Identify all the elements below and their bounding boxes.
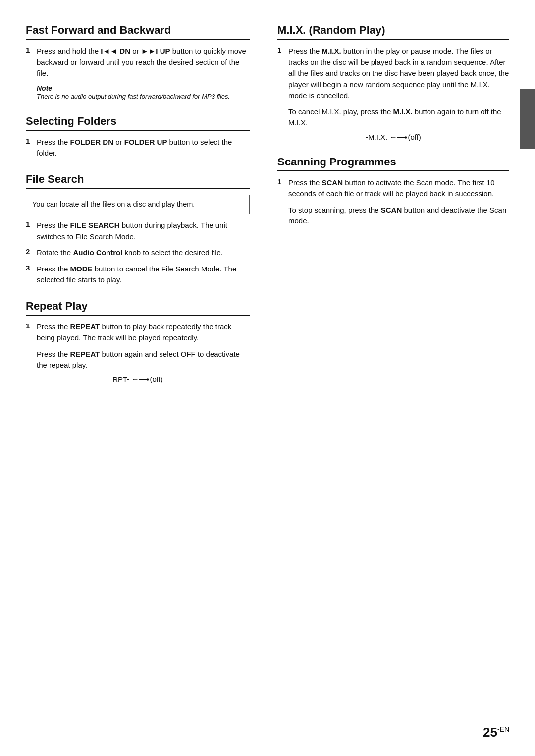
step-text-sf1: Press the FOLDER DN or FOLDER UP button …: [37, 137, 250, 159]
file-search-info: You can locate all the files on a disc a…: [26, 195, 250, 215]
mix-section: M.I.X. (Random Play) 1 Press the M.I.X. …: [277, 24, 509, 142]
page-num-value: 25: [483, 725, 497, 740]
step-number-sc1: 1: [277, 177, 288, 186]
step-text-fs3: Press the MODE button to cancel the File…: [37, 264, 250, 286]
fast-forward-title: Fast Forward and Backward: [26, 24, 250, 40]
file-search-bold: FILE SEARCH: [70, 221, 120, 229]
note-text: There is no audio output during fast for…: [37, 92, 250, 101]
scan-bold1: SCAN: [322, 178, 343, 187]
step-number-sf1: 1: [26, 137, 37, 145]
step-text-rp1: Press the REPEAT button to play back rep…: [37, 322, 250, 344]
scanning-stop-para: To stop scanning, press the SCAN button …: [288, 205, 509, 227]
step-number-mix1: 1: [277, 46, 288, 54]
step-number-rp1: 1: [26, 322, 37, 330]
fast-forward-step1: 1 Press and hold the I◄◄ DN or ►►I UP bu…: [26, 46, 250, 79]
mode-bold: MODE: [70, 265, 93, 273]
repeat-bold2: REPEAT: [70, 350, 100, 358]
page-number: 25-EN: [483, 725, 509, 740]
selecting-folders-step1: 1 Press the FOLDER DN or FOLDER UP butto…: [26, 137, 250, 159]
file-search-step3: 3 Press the MODE button to cancel the Fi…: [26, 264, 250, 286]
mix-title: M.I.X. (Random Play): [277, 24, 509, 40]
page-content: Fast Forward and Backward 1 Press and ho…: [0, 0, 535, 437]
step-number-fs2: 2: [26, 247, 37, 256]
selecting-folders-title: Selecting Folders: [26, 115, 250, 131]
page-suffix: -EN: [497, 725, 509, 733]
folder-dn-label: FOLDER DN: [70, 138, 114, 146]
mix-step1: 1 Press the M.I.X. button in the play or…: [277, 46, 509, 102]
right-column: M.I.X. (Random Play) 1 Press the M.I.X. …: [268, 24, 509, 398]
file-search-step2: 2 Rotate the Audio Control knob to selec…: [26, 247, 250, 259]
fast-forward-section: Fast Forward and Backward 1 Press and ho…: [26, 24, 250, 101]
file-search-section: File Search You can locate all the files…: [26, 173, 250, 286]
folder-up-label: FOLDER UP: [124, 138, 167, 146]
repeat-play-title: Repeat Play: [26, 300, 250, 316]
step-text-ff1: Press and hold the I◄◄ DN or ►►I UP butt…: [37, 46, 250, 79]
scan-bold2: SCAN: [381, 206, 402, 214]
step-text-fs1: Press the FILE SEARCH button during play…: [37, 220, 250, 242]
step-number-ff1: 1: [26, 46, 37, 54]
file-search-title: File Search: [26, 173, 250, 189]
step-text-fs2: Rotate the Audio Control knob to select …: [37, 247, 250, 259]
left-column: Fast Forward and Backward 1 Press and ho…: [26, 24, 268, 398]
file-search-step1: 1 Press the FILE SEARCH button during pl…: [26, 220, 250, 242]
repeat-play-section: Repeat Play 1 Press the REPEAT button to…: [26, 300, 250, 384]
step-text-mix1: Press the M.I.X. button in the play or p…: [288, 46, 509, 102]
step-text-sc1: Press the SCAN button to activate the Sc…: [288, 177, 509, 200]
audio-control-bold: Audio Control: [73, 248, 122, 257]
dn-label: I◄◄ DN: [101, 47, 130, 55]
up-label: ►►I UP: [141, 47, 170, 55]
tab-marker: [520, 89, 535, 149]
scanning-step1: 1 Press the SCAN button to activate the …: [277, 177, 509, 200]
note-box: Note There is no audio output during fas…: [37, 84, 250, 101]
mix-bold: M.I.X.: [322, 47, 341, 55]
repeat-formula: RPT- ←⟶(off): [26, 375, 250, 384]
mix-cancel-para: To cancel M.I.X. play, press the M.I.X. …: [288, 107, 509, 129]
repeat-para: Press the REPEAT button again and select…: [37, 349, 250, 371]
scanning-title: Scanning Programmes: [277, 156, 509, 171]
mix-bold2: M.I.X.: [393, 108, 412, 116]
note-label: Note: [37, 84, 250, 92]
mix-formula: -M.I.X. ←⟶(off): [277, 133, 509, 142]
step-number-fs1: 1: [26, 220, 37, 228]
repeat-play-step1: 1 Press the REPEAT button to play back r…: [26, 322, 250, 344]
step-number-fs3: 3: [26, 264, 37, 272]
scanning-section: Scanning Programmes 1 Press the SCAN but…: [277, 156, 509, 227]
repeat-bold1: REPEAT: [70, 323, 100, 331]
selecting-folders-section: Selecting Folders 1 Press the FOLDER DN …: [26, 115, 250, 159]
